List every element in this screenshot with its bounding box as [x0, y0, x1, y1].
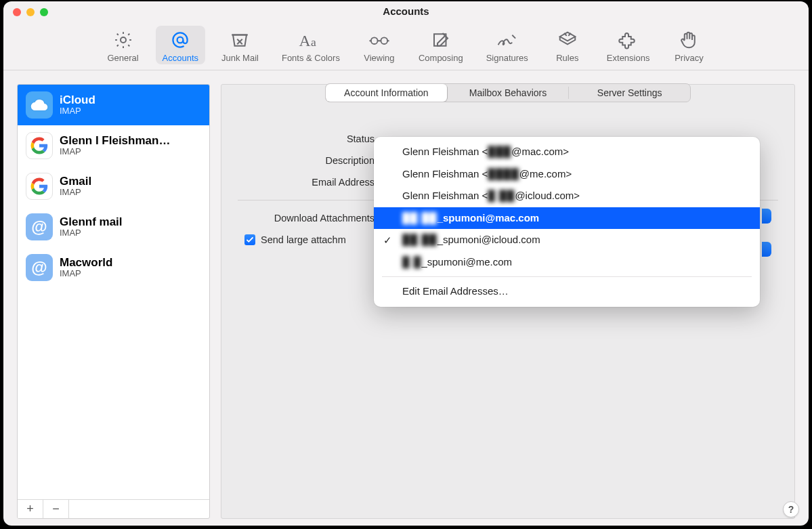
account-name: Glennf mail — [60, 215, 123, 229]
glasses-icon — [368, 28, 391, 51]
accounts-scroll[interactable]: iCloud IMAP — [18, 85, 209, 499]
tab-label: Junk Mail — [221, 53, 259, 63]
at-icon: @ — [26, 254, 53, 281]
account-subtitle: IMAP — [60, 269, 112, 279]
segment-mailbox-behaviors[interactable]: Mailbox Behaviors — [448, 84, 569, 102]
svg-text:A: A — [299, 32, 310, 49]
google-icon — [26, 132, 53, 159]
tab-extensions[interactable]: Extensions — [600, 26, 657, 64]
tab-junk-mail[interactable]: Junk Mail — [215, 26, 265, 64]
at-sign-icon — [169, 28, 192, 51]
detail-tabs-segmented: Account Information Mailbox Behaviors Se… — [325, 83, 691, 102]
dropdown-option[interactable]: ✓ ██ ██_spumoni@icloud.com — [374, 229, 760, 251]
hand-icon — [677, 28, 700, 51]
compose-icon — [429, 28, 452, 51]
svg-point-0 — [121, 37, 126, 43]
tab-label: Accounts — [163, 53, 198, 63]
svg-point-5 — [381, 37, 387, 44]
fonts-icon: A a — [299, 28, 322, 51]
segment-label: Server Settings — [597, 87, 662, 98]
tab-privacy[interactable]: Privacy — [666, 26, 712, 64]
tab-accounts[interactable]: Accounts — [156, 26, 205, 64]
option-text: █ █_spumoni@me.com — [402, 256, 512, 268]
option-text: Edit Email Addresses… — [402, 285, 509, 297]
tab-rules[interactable]: Rules — [544, 26, 591, 64]
segment-label: Account Information — [344, 87, 429, 98]
tab-general[interactable]: General — [100, 26, 146, 64]
download-attachments-label: Download Attachments — [238, 213, 380, 224]
account-row[interactable]: @ Glennf mail IMAP — [18, 207, 209, 247]
email-address-dropdown: Glenn Fleishman <███@mac.com> Glenn Flei… — [374, 137, 760, 307]
option-text: Glenn Fleishman <████@me.com> — [402, 168, 572, 179]
tab-label: Extensions — [607, 53, 650, 63]
puzzle-icon — [617, 28, 640, 51]
tab-label: Privacy — [675, 53, 704, 63]
dropdown-option[interactable]: ██ ██_spumoni@mac.com — [374, 207, 760, 230]
icloud-icon — [26, 91, 53, 119]
option-text: ██ ██_spumoni@icloud.com — [402, 234, 540, 245]
accounts-sidebar: iCloud IMAP — [17, 84, 210, 519]
google-icon — [26, 173, 53, 200]
preferences-toolbar: General Accounts Junk Mail — [3, 19, 809, 70]
titlebar: Accounts — [3, 1, 809, 19]
tab-signatures[interactable]: Signatures — [479, 26, 535, 64]
tab-label: Rules — [556, 53, 578, 63]
tab-label: General — [107, 53, 138, 63]
signature-icon — [496, 28, 519, 51]
email-address-popup-button[interactable] — [762, 209, 771, 224]
tab-label: Viewing — [364, 53, 394, 63]
window-title: Accounts — [3, 5, 809, 17]
account-name: Macworld — [60, 256, 112, 270]
help-icon: ? — [788, 504, 794, 515]
segment-label: Mailbox Behaviors — [469, 87, 547, 98]
account-row[interactable]: @ Macworld IMAP — [18, 247, 209, 288]
tab-composing[interactable]: Composing — [412, 26, 470, 64]
account-subtitle: IMAP — [60, 188, 91, 198]
add-account-button[interactable]: + — [18, 500, 43, 518]
account-row[interactable]: Gmail IMAP — [18, 166, 209, 207]
svg-text:a: a — [311, 35, 316, 49]
dropdown-divider — [382, 276, 752, 277]
accounts-list-footer: + − — [18, 499, 209, 518]
help-button[interactable]: ? — [783, 501, 799, 517]
dropdown-edit-addresses[interactable]: Edit Email Addresses… — [374, 280, 760, 303]
option-text: Glenn Fleishman <█ ██@icloud.com> — [402, 190, 580, 201]
segment-server-settings[interactable]: Server Settings — [569, 84, 690, 102]
dropdown-option[interactable]: Glenn Fleishman <█ ██@icloud.com> — [374, 185, 760, 207]
tab-label: Fonts & Colors — [282, 53, 340, 63]
account-name: Glenn I Fleishman… — [60, 134, 170, 148]
account-subtitle: IMAP — [60, 228, 123, 238]
segment-account-information[interactable]: Account Information — [326, 84, 447, 102]
account-row-icloud[interactable]: iCloud IMAP — [18, 85, 209, 125]
gear-icon — [112, 28, 135, 51]
send-large-attachments-label: Send large attachm — [261, 234, 346, 245]
account-subtitle: IMAP — [60, 147, 170, 157]
email-address-label: Email Address — [238, 177, 380, 188]
tab-label: Composing — [419, 53, 463, 63]
option-text: Glenn Fleishman <███@mac.com> — [402, 146, 569, 157]
dropdown-option[interactable]: Glenn Fleishman <███@mac.com> — [374, 141, 760, 163]
account-name: Gmail — [60, 175, 91, 188]
send-large-attachments-checkbox[interactable] — [244, 234, 255, 245]
junk-icon — [228, 28, 251, 51]
account-subtitle: IMAP — [60, 106, 95, 117]
svg-point-4 — [371, 37, 378, 44]
download-attachments-popup-button[interactable] — [762, 242, 771, 257]
option-text: ██ ██_spumoni@mac.com — [402, 212, 539, 224]
dropdown-option[interactable]: █ █_spumoni@me.com — [374, 251, 760, 274]
tab-label: Signatures — [486, 53, 528, 63]
description-label: Description — [238, 155, 380, 166]
svg-point-1 — [177, 37, 184, 43]
status-label: Status — [238, 133, 380, 144]
dropdown-option[interactable]: Glenn Fleishman <████@me.com> — [374, 163, 760, 186]
tab-viewing[interactable]: Viewing — [356, 26, 402, 64]
account-row[interactable]: Glenn I Fleishman… IMAP — [18, 125, 209, 166]
remove-account-button[interactable]: − — [43, 500, 69, 518]
rules-icon — [556, 28, 579, 51]
preferences-window: Accounts General Accounts — [3, 1, 809, 526]
at-icon: @ — [26, 213, 53, 240]
account-name: iCloud — [60, 93, 95, 107]
checkmark-icon: ✓ — [383, 233, 392, 249]
tab-fonts-colors[interactable]: A a Fonts & Colors — [275, 26, 347, 64]
